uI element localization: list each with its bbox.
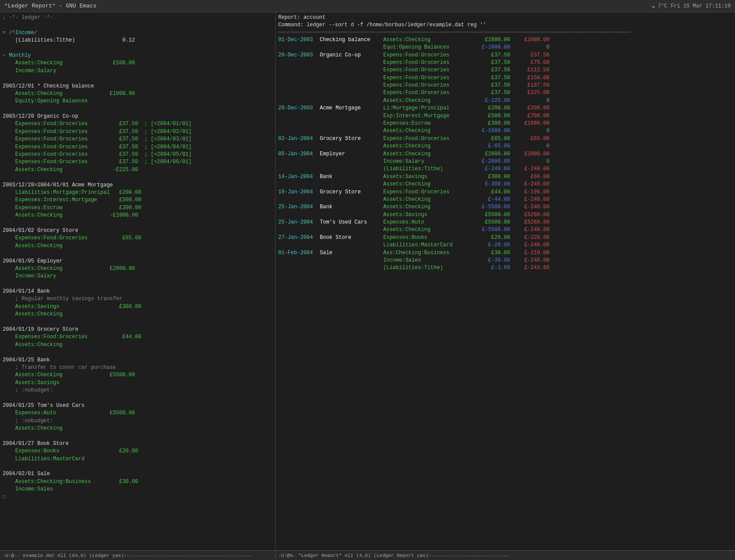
report-row: 01-Feb-2004 Sale Ass:Checking:Business £… [278,249,732,257]
editor-line: Income:Salary [3,273,273,280]
titlebar: *Ledger Report* - GNU Emacs ☁ 7°C Fri 15… [0,0,735,12]
editor-line: Expenses:Interest:Mortgage £500.00 [3,196,273,204]
editor-line: (Liabilities:Tithe) 0.12 [3,37,273,44]
report-row: Assets:Checking £-44.00 £-240.00 [278,196,732,203]
editor-line: Assets:Checking -£1000.00 [3,212,273,219]
report-row: 14-Jan-2004 Bank Assets:Savings £300.00 … [278,173,732,181]
editor-pane[interactable]: ; -*- ledger -*- = /^Income/ (Liabilitie… [0,12,276,550]
editor-line: 2004/01/19 Grocery Store [3,326,273,333]
editor-line [3,105,273,113]
report-row: 19-Jan-2004 Grocery Store Expens:Food:Gr… [278,189,732,196]
report-row: Expens:Food:Groceries £37.50 £150.00 [278,74,732,82]
editor-line: Assets:Savings £300.00 [3,303,273,311]
editor-line: Assets:Checking [3,311,273,318]
report-row: Assets:Checking £-65.00 0 [278,143,732,150]
report-row: Assets:Checking £-300.00 £-240.00 [278,181,732,188]
editor-line: ; :nobudget: [3,417,273,425]
editor-line: 2004/01/25 Tom's Used Cars [3,402,273,410]
editor-line: 2003/12/01 * Checking balance [3,83,273,90]
report-row: 20-Dec-2003 Organic Co-op Expens:Food:Gr… [278,52,732,59]
editor-line: Expenses:Food:Groceries £37.50 ; [=2004/… [3,151,273,158]
editor-line: Expenses:Food:Groceries £37.50 ; [=2004/… [3,120,273,128]
editor-line: Income:Salary [3,67,273,75]
report-header1: Report: account [278,14,732,21]
editor-line: ; -*- ledger -*- [3,14,273,21]
editor-line: Assets:Savings [3,379,273,387]
titlebar-right: ☁ 7°C Fri 15 Mar 17:11:19 [651,3,731,9]
report-row: 28-Dec-2003 Acme Mortgage Li:Mortgage:Pr… [278,105,732,112]
report-row: 25-Jan-2004 Tom's Used Cars Expenses:Aut… [278,219,732,226]
report-row: (Liabilities:Tithe) £-3.60 £-243.60 [278,264,732,272]
report-row: Liabilities:MasterCard £-20.00 £-240.00 [278,242,732,249]
editor-line [3,75,273,82]
report-row: Income:Sales £-30.00 £-240.00 [278,257,732,264]
editor-line [3,395,273,402]
report-row: 05-Jan-2004 Employer Assets:Checking £20… [278,150,732,158]
statusbar: -U:@-- example.dat All (64,0) (Ledger ya… [0,550,735,560]
status-right: -U:@%- *Ledger Report* All (4,0) (Ledger… [276,553,735,558]
status-left: -U:@-- example.dat All (64,0) (Ledger ya… [0,553,276,558]
report-divider: ════════════════════════════════════════… [278,29,732,36]
editor-line: 2004/01/02 Grocery Store [3,227,273,234]
editor-line: Assets:Checking [3,341,273,349]
editor-line [3,220,273,227]
report-header2: Command: ledger --sort d -f /home/borbus… [278,21,732,29]
editor-line: Expenses:Food:Groceries £44.00 [3,333,273,341]
report-row: Expens:Food:Groceries £37.50 £75.00 [278,59,732,66]
report-row: 25-Jan-2004 Bank Assets:Checking £-5500.… [278,203,732,211]
report-row: Assets:Savings £5500.00 £5260.00 [278,211,732,219]
editor-line [3,349,273,356]
report-row: Expens:Food:Groceries £37.50 £225.00 [278,89,732,97]
editor-line: 2004/01/25 Bank [3,357,273,364]
editor-line: Assets:Checking £1000.00 [3,90,273,98]
editor-line [3,280,273,288]
editor-line [3,250,273,257]
editor-line [3,21,273,29]
editor-line: Expenses:Escrow £300.00 [3,204,273,212]
editor-line: ; Transfer to cover car purchase [3,364,273,371]
editor-line: 2004/01/05 Employer [3,258,273,265]
editor-line: Assets:Checking [3,425,273,432]
editor-line [3,174,273,181]
editor-line: ~ Monthly [3,52,273,60]
editor-line: ; Regular monthly savings transfer [3,295,273,303]
editor-line [3,432,273,440]
weather-display: ☁ 7°C [651,3,667,9]
editor-line: Expenses:Food:Groceries £37.50 ; [=2004/… [3,158,273,166]
editor-line [3,463,273,470]
report-row: Exp:Interest:Mortgage £500.00 £700.00 [278,112,732,120]
report-pane[interactable]: Report: account Command: ledger --sort d… [276,12,735,550]
titlebar-title: *Ledger Report* - GNU Emacs [4,3,97,9]
report-row: Expenses:Escrow £300.00 £1000.00 [278,120,732,127]
editor-line [3,318,273,326]
report-row: Expens:Food:Groceries £37.50 £112.50 [278,66,732,74]
report-row: Income:Salary £-2000.00 0 [278,158,732,165]
report-row: (Liabilities:Tithe) £-240.00 £-240.00 [278,165,732,173]
editor-line: Income:Sales [3,486,273,493]
editor-line: Expenses:Auto £5500.00 [3,410,273,417]
report-row: Equi:Opening Balances £-1000.00 0 [278,44,732,51]
editor-line: 2003/12/20 Organic Co-op [3,113,273,120]
editor-content: ; -*- ledger -*- = /^Income/ (Liabilitie… [3,14,273,501]
editor-line: 2004/01/27 Book Store [3,440,273,448]
editor-line: Assets:Checking £2000.00 [3,265,273,273]
editor-line: Liabilities:MasterCard [3,455,273,463]
editor-line: Assets:Checking:Business £30.00 [3,478,273,486]
editor-line: ; :nobudget: [3,387,273,394]
report-row: Assets:Checking £-1000.00 0 [278,127,732,135]
editor-line: Assets:Checking £500.00 [3,60,273,67]
editor-line [3,45,273,52]
editor-line: Expenses:Food:Groceries £37.50 ; [=2004/… [3,128,273,136]
report-content: 01-Dec-2003 Checking balance Assets:Chec… [278,36,732,272]
editor-line: 2004/01/14 Bank [3,288,273,295]
editor-line: Expenses:Food:Groceries £37.50 ; [=2004/… [3,136,273,143]
report-row: Assets:Checking £-5500.00 £-240.00 [278,226,732,234]
editor-line: 2003/12/28=2004/01/01 Acme Mortgage [3,182,273,189]
editor-line: Liabilities:Mortgage:Principal £200.00 [3,189,273,196]
editor-line: □ [3,494,273,501]
editor-line: 2004/02/01 Sale [3,470,273,478]
editor-line: Assets:Checking £5500.00 [3,371,273,379]
report-row: 02-Jan-2004 Grocery Store Expens:Food:Gr… [278,135,732,143]
editor-line: Expenses:Food:Groceries £65.00 [3,234,273,242]
main-area: ; -*- ledger -*- = /^Income/ (Liabilitie… [0,12,735,550]
